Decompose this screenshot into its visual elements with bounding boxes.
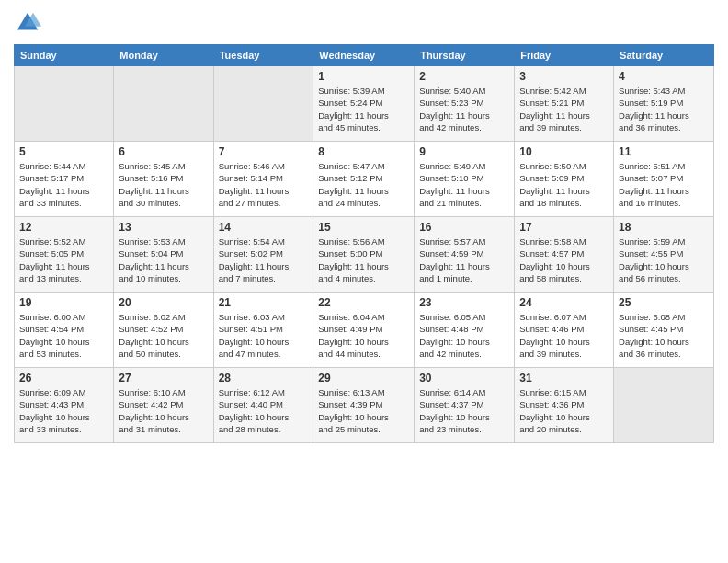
day-detail: Sunrise: 6:13 AM Sunset: 4:39 PM Dayligh… bbox=[318, 386, 409, 435]
calendar-cell: 11Sunrise: 5:51 AM Sunset: 5:07 PM Dayli… bbox=[614, 142, 714, 217]
day-number: 30 bbox=[419, 372, 509, 385]
calendar-day-header: Tuesday bbox=[213, 45, 313, 66]
calendar-day-header: Friday bbox=[515, 45, 614, 66]
day-number: 3 bbox=[519, 70, 609, 83]
day-detail: Sunrise: 5:50 AM Sunset: 5:09 PM Dayligh… bbox=[519, 160, 609, 209]
day-number: 29 bbox=[318, 372, 409, 385]
day-number: 26 bbox=[19, 372, 108, 385]
calendar-cell: 9Sunrise: 5:49 AM Sunset: 5:10 PM Daylig… bbox=[415, 142, 515, 217]
calendar-week-row: 19Sunrise: 6:00 AM Sunset: 4:54 PM Dayli… bbox=[15, 293, 714, 368]
day-detail: Sunrise: 5:58 AM Sunset: 4:57 PM Dayligh… bbox=[519, 236, 609, 284]
calendar-cell: 7Sunrise: 5:46 AM Sunset: 5:14 PM Daylig… bbox=[213, 142, 313, 217]
calendar-cell bbox=[213, 66, 313, 142]
calendar-cell: 30Sunrise: 6:14 AM Sunset: 4:37 PM Dayli… bbox=[415, 368, 515, 443]
calendar-week-row: 5Sunrise: 5:44 AM Sunset: 5:17 PM Daylig… bbox=[15, 142, 714, 217]
logo bbox=[14, 9, 43, 37]
day-number: 28 bbox=[219, 372, 309, 385]
day-detail: Sunrise: 6:08 AM Sunset: 4:45 PM Dayligh… bbox=[619, 311, 709, 360]
day-detail: Sunrise: 6:07 AM Sunset: 4:46 PM Dayligh… bbox=[519, 311, 609, 360]
calendar-cell bbox=[614, 368, 714, 443]
calendar-cell: 14Sunrise: 5:54 AM Sunset: 5:02 PM Dayli… bbox=[213, 217, 313, 293]
day-detail: Sunrise: 5:42 AM Sunset: 5:21 PM Dayligh… bbox=[519, 85, 609, 133]
day-detail: Sunrise: 5:53 AM Sunset: 5:04 PM Dayligh… bbox=[119, 236, 208, 284]
calendar-cell: 29Sunrise: 6:13 AM Sunset: 4:39 PM Dayli… bbox=[313, 368, 415, 443]
day-detail: Sunrise: 6:04 AM Sunset: 4:49 PM Dayligh… bbox=[318, 311, 409, 360]
calendar-cell: 8Sunrise: 5:47 AM Sunset: 5:12 PM Daylig… bbox=[313, 142, 415, 217]
calendar-cell: 10Sunrise: 5:50 AM Sunset: 5:09 PM Dayli… bbox=[515, 142, 614, 217]
day-detail: Sunrise: 5:49 AM Sunset: 5:10 PM Dayligh… bbox=[419, 160, 509, 209]
day-detail: Sunrise: 5:54 AM Sunset: 5:02 PM Dayligh… bbox=[219, 236, 309, 284]
day-number: 27 bbox=[119, 372, 208, 385]
day-detail: Sunrise: 6:15 AM Sunset: 4:36 PM Dayligh… bbox=[519, 386, 609, 435]
calendar-day-header: Thursday bbox=[415, 45, 515, 66]
day-number: 1 bbox=[318, 70, 409, 83]
day-number: 4 bbox=[619, 70, 709, 83]
calendar-cell: 17Sunrise: 5:58 AM Sunset: 4:57 PM Dayli… bbox=[515, 217, 614, 293]
calendar-cell: 26Sunrise: 6:09 AM Sunset: 4:43 PM Dayli… bbox=[15, 368, 114, 443]
calendar-cell: 28Sunrise: 6:12 AM Sunset: 4:40 PM Dayli… bbox=[213, 368, 313, 443]
day-detail: Sunrise: 6:02 AM Sunset: 4:52 PM Dayligh… bbox=[119, 311, 208, 360]
day-detail: Sunrise: 5:57 AM Sunset: 4:59 PM Dayligh… bbox=[419, 236, 509, 284]
day-number: 22 bbox=[318, 296, 409, 309]
calendar-day-header: Wednesday bbox=[313, 45, 415, 66]
day-detail: Sunrise: 5:39 AM Sunset: 5:24 PM Dayligh… bbox=[318, 85, 409, 133]
day-detail: Sunrise: 6:09 AM Sunset: 4:43 PM Dayligh… bbox=[19, 386, 108, 435]
day-detail: Sunrise: 5:51 AM Sunset: 5:07 PM Dayligh… bbox=[619, 160, 709, 209]
day-number: 6 bbox=[119, 145, 208, 158]
logo-icon bbox=[14, 9, 41, 37]
day-detail: Sunrise: 5:45 AM Sunset: 5:16 PM Dayligh… bbox=[119, 160, 208, 209]
day-detail: Sunrise: 6:12 AM Sunset: 4:40 PM Dayligh… bbox=[219, 386, 309, 435]
calendar-cell bbox=[15, 66, 114, 142]
day-number: 23 bbox=[419, 296, 509, 309]
day-detail: Sunrise: 6:00 AM Sunset: 4:54 PM Dayligh… bbox=[19, 311, 108, 360]
day-number: 24 bbox=[519, 296, 609, 309]
day-number: 17 bbox=[519, 221, 609, 234]
day-number: 25 bbox=[619, 296, 709, 309]
day-detail: Sunrise: 6:14 AM Sunset: 4:37 PM Dayligh… bbox=[419, 386, 509, 435]
day-detail: Sunrise: 5:56 AM Sunset: 5:00 PM Dayligh… bbox=[318, 236, 409, 284]
header bbox=[14, 9, 714, 37]
day-number: 19 bbox=[19, 296, 108, 309]
day-detail: Sunrise: 5:46 AM Sunset: 5:14 PM Dayligh… bbox=[219, 160, 309, 209]
calendar-cell: 4Sunrise: 5:43 AM Sunset: 5:19 PM Daylig… bbox=[614, 66, 714, 142]
calendar-week-row: 12Sunrise: 5:52 AM Sunset: 5:05 PM Dayli… bbox=[15, 217, 714, 293]
calendar-cell: 21Sunrise: 6:03 AM Sunset: 4:51 PM Dayli… bbox=[213, 293, 313, 368]
calendar-cell: 1Sunrise: 5:39 AM Sunset: 5:24 PM Daylig… bbox=[313, 66, 415, 142]
day-detail: Sunrise: 5:40 AM Sunset: 5:23 PM Dayligh… bbox=[419, 85, 509, 133]
calendar-table: SundayMondayTuesdayWednesdayThursdayFrid… bbox=[14, 44, 714, 443]
day-number: 11 bbox=[619, 145, 709, 158]
calendar-day-header: Sunday bbox=[15, 45, 114, 66]
day-number: 13 bbox=[119, 221, 208, 234]
calendar-cell: 6Sunrise: 5:45 AM Sunset: 5:16 PM Daylig… bbox=[114, 142, 213, 217]
calendar-week-row: 26Sunrise: 6:09 AM Sunset: 4:43 PM Dayli… bbox=[15, 368, 714, 443]
calendar-header-row: SundayMondayTuesdayWednesdayThursdayFrid… bbox=[15, 45, 714, 66]
calendar-cell: 12Sunrise: 5:52 AM Sunset: 5:05 PM Dayli… bbox=[15, 217, 114, 293]
calendar-week-row: 1Sunrise: 5:39 AM Sunset: 5:24 PM Daylig… bbox=[15, 66, 714, 142]
calendar-cell: 19Sunrise: 6:00 AM Sunset: 4:54 PM Dayli… bbox=[15, 293, 114, 368]
day-number: 12 bbox=[19, 221, 108, 234]
calendar-cell: 24Sunrise: 6:07 AM Sunset: 4:46 PM Dayli… bbox=[515, 293, 614, 368]
calendar-cell: 22Sunrise: 6:04 AM Sunset: 4:49 PM Dayli… bbox=[313, 293, 415, 368]
day-number: 7 bbox=[219, 145, 309, 158]
day-detail: Sunrise: 5:52 AM Sunset: 5:05 PM Dayligh… bbox=[19, 236, 108, 284]
day-number: 14 bbox=[219, 221, 309, 234]
day-number: 20 bbox=[119, 296, 208, 309]
day-detail: Sunrise: 5:44 AM Sunset: 5:17 PM Dayligh… bbox=[19, 160, 108, 209]
day-number: 15 bbox=[318, 221, 409, 234]
calendar-cell: 13Sunrise: 5:53 AM Sunset: 5:04 PM Dayli… bbox=[114, 217, 213, 293]
calendar-cell: 23Sunrise: 6:05 AM Sunset: 4:48 PM Dayli… bbox=[415, 293, 515, 368]
page-container: SundayMondayTuesdayWednesdayThursdayFrid… bbox=[0, 0, 728, 448]
calendar-cell: 15Sunrise: 5:56 AM Sunset: 5:00 PM Dayli… bbox=[313, 217, 415, 293]
calendar-cell: 18Sunrise: 5:59 AM Sunset: 4:55 PM Dayli… bbox=[614, 217, 714, 293]
calendar-cell: 31Sunrise: 6:15 AM Sunset: 4:36 PM Dayli… bbox=[515, 368, 614, 443]
day-number: 9 bbox=[419, 145, 509, 158]
day-detail: Sunrise: 5:59 AM Sunset: 4:55 PM Dayligh… bbox=[619, 236, 709, 284]
calendar-day-header: Monday bbox=[114, 45, 213, 66]
day-number: 16 bbox=[419, 221, 509, 234]
calendar-cell: 20Sunrise: 6:02 AM Sunset: 4:52 PM Dayli… bbox=[114, 293, 213, 368]
day-number: 2 bbox=[419, 70, 509, 83]
calendar-cell: 5Sunrise: 5:44 AM Sunset: 5:17 PM Daylig… bbox=[15, 142, 114, 217]
day-detail: Sunrise: 6:03 AM Sunset: 4:51 PM Dayligh… bbox=[219, 311, 309, 360]
calendar-cell: 3Sunrise: 5:42 AM Sunset: 5:21 PM Daylig… bbox=[515, 66, 614, 142]
calendar-cell: 2Sunrise: 5:40 AM Sunset: 5:23 PM Daylig… bbox=[415, 66, 515, 142]
